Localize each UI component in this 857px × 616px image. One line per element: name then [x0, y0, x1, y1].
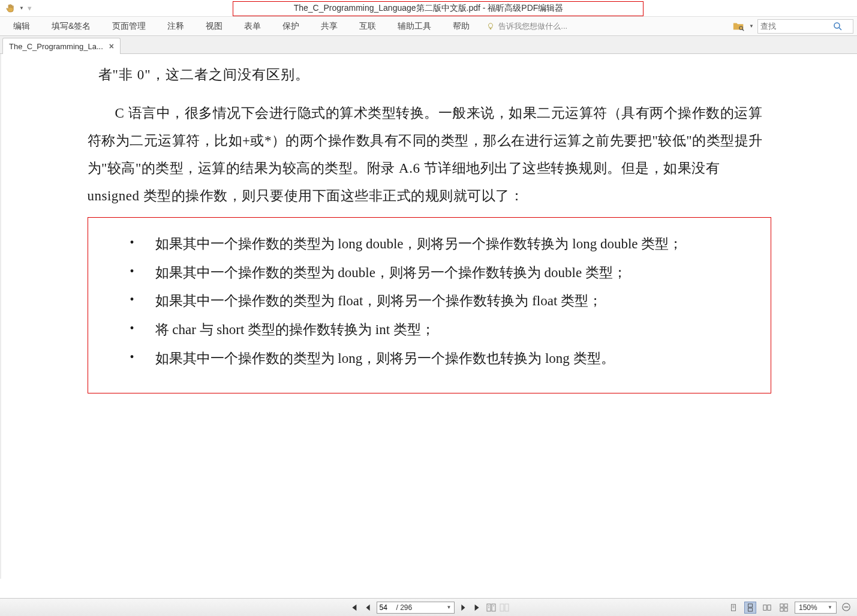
- tab-bar: The_C_Programming_La... ×: [0, 36, 857, 54]
- status-bar: / 296 ▼ 150% ▼: [0, 598, 857, 616]
- zoom-out-button[interactable]: [841, 602, 852, 613]
- tell-me-label: 告诉我您想做什么...: [498, 21, 567, 32]
- menu-edit[interactable]: 编辑: [2, 17, 41, 35]
- menu-comment[interactable]: 注释: [157, 17, 195, 35]
- document-tab[interactable]: The_C_Programming_La... ×: [2, 38, 121, 54]
- rule-item: 将 char 与 short 类型的操作数转换为 int 类型；: [124, 317, 753, 343]
- menu-fill-sign[interactable]: 填写&签名: [41, 17, 101, 35]
- close-icon[interactable]: ×: [109, 41, 114, 51]
- tab-label: The_C_Programming_La...: [9, 42, 103, 51]
- svg-rect-12: [748, 608, 753, 611]
- separator: ▾: [28, 4, 32, 13]
- page-number-input[interactable]: [380, 603, 396, 612]
- truncated-text-line: 者"非 0"，这二者之间没有区别。: [88, 61, 771, 89]
- tell-me-search[interactable]: 告诉我您想做什么...: [480, 19, 573, 34]
- first-page-button[interactable]: [348, 602, 360, 614]
- zoom-level-box[interactable]: 150% ▼: [795, 602, 837, 614]
- prev-page-button[interactable]: [362, 602, 374, 614]
- page-layout-icon-1[interactable]: [486, 602, 497, 613]
- hand-tool-icon[interactable]: [5, 3, 16, 14]
- document-viewport[interactable]: 者"非 0"，这二者之间没有区别。 C 语言中，很多情况下会进行隐式的算术类型转…: [0, 54, 857, 579]
- page-total-label: / 296: [396, 603, 413, 612]
- single-page-view-button[interactable]: [727, 602, 739, 614]
- svg-line-3: [839, 28, 841, 30]
- zoom-value: 150%: [799, 603, 817, 612]
- folder-search-icon[interactable]: [732, 20, 745, 32]
- window-title: The_C_Programming_Language第二版中文版.pdf - 福…: [294, 3, 564, 14]
- rule-item: 如果其中一个操作数的类型为 double，则将另一个操作数转换为 double …: [124, 260, 753, 286]
- page-layout-icon-2[interactable]: [499, 602, 510, 613]
- svg-rect-13: [763, 605, 766, 610]
- paragraph-body: C 语言中，很多情况下会进行隐式的算术类型转换。一般来说，如果二元运算符（具有两…: [88, 100, 771, 210]
- search-input[interactable]: [760, 22, 832, 31]
- next-page-button[interactable]: [457, 602, 469, 614]
- highlighted-rules-box: 如果其中一个操作数的类型为 long double，则将另一个操作数转换为 lo…: [88, 217, 771, 393]
- svg-rect-11: [748, 603, 753, 606]
- rule-item: 如果其中一个操作数的类型为 long double，则将另一个操作数转换为 lo…: [124, 231, 753, 257]
- page-number-box[interactable]: / 296 ▼: [377, 602, 455, 614]
- svg-rect-17: [780, 608, 783, 611]
- menu-view[interactable]: 视图: [195, 17, 233, 35]
- menu-help[interactable]: 帮助: [442, 17, 480, 35]
- menu-protect[interactable]: 保护: [272, 17, 310, 35]
- search-box[interactable]: [757, 19, 853, 34]
- svg-rect-7: [505, 604, 509, 611]
- continuous-view-button[interactable]: [744, 602, 756, 614]
- menu-accessibility[interactable]: 辅助工具: [387, 17, 442, 35]
- last-page-button[interactable]: [471, 602, 483, 614]
- pdf-page: 者"非 0"，这二者之间没有区别。 C 语言中，很多情况下会进行隐式的算术类型转…: [76, 54, 783, 425]
- svg-rect-18: [784, 608, 787, 611]
- svg-rect-15: [780, 603, 783, 606]
- search-icon[interactable]: [832, 21, 843, 32]
- title-bar: ▼ ▾ The_C_Programming_Language第二版中文版.pdf…: [0, 0, 857, 17]
- menu-connect[interactable]: 互联: [348, 17, 387, 35]
- menu-form[interactable]: 表单: [233, 17, 272, 35]
- svg-rect-6: [500, 604, 504, 611]
- svg-rect-5: [492, 604, 495, 611]
- rule-item: 如果其中一个操作数的类型为 float，则将另一个操作数转换为 float 类型…: [124, 288, 753, 314]
- two-page-continuous-button[interactable]: [778, 602, 790, 614]
- rule-item: 如果其中一个操作数的类型为 long，则将另一个操作数也转换为 long 类型。: [124, 345, 753, 372]
- chevron-down-icon[interactable]: ▼: [447, 605, 452, 610]
- bulb-icon: [486, 22, 495, 31]
- menu-page-manage[interactable]: 页面管理: [101, 17, 157, 35]
- dropdown-arrow-icon[interactable]: ▼: [749, 23, 754, 29]
- svg-rect-14: [768, 605, 771, 610]
- menu-bar: 编辑 填写&签名 页面管理 注释 视图 表单 保护 共享 互联 辅助工具 帮助 …: [0, 17, 857, 36]
- svg-point-2: [834, 23, 840, 28]
- two-page-view-button[interactable]: [761, 602, 773, 614]
- svg-rect-16: [784, 603, 787, 606]
- dropdown-arrow-icon[interactable]: ▼: [19, 5, 24, 11]
- chevron-down-icon[interactable]: ▼: [828, 605, 832, 610]
- menu-share[interactable]: 共享: [310, 17, 348, 35]
- svg-line-1: [742, 29, 744, 31]
- page-navigation: / 296 ▼: [348, 602, 510, 614]
